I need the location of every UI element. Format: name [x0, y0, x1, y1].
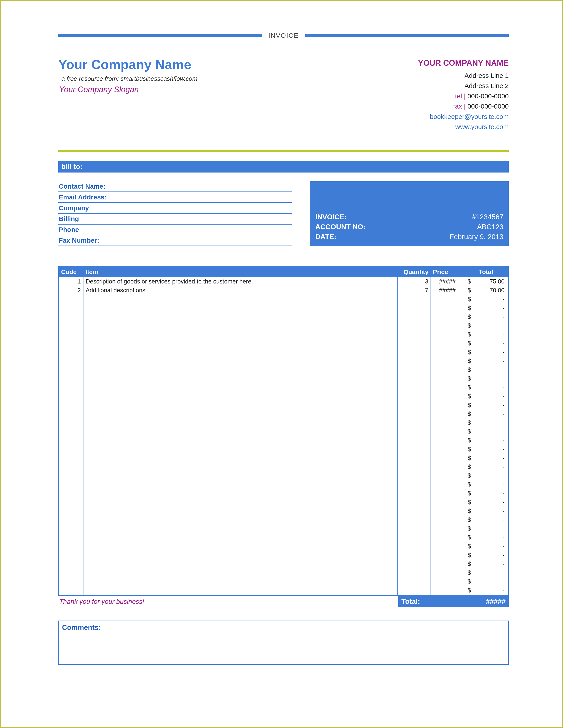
cell-total: $75.00 — [464, 277, 508, 286]
cell-price — [431, 427, 464, 436]
cell-quantity — [398, 542, 431, 551]
bill-to-field[interactable]: Billing — [58, 214, 292, 225]
bill-to-field[interactable]: Email Address: — [58, 192, 292, 203]
cell-price — [431, 330, 464, 339]
cell-code — [59, 586, 83, 595]
cell-code — [59, 524, 83, 533]
cell-price — [431, 489, 464, 498]
cell-item — [83, 436, 398, 445]
cell-quantity — [398, 436, 431, 445]
cell-price — [431, 392, 464, 401]
table-row: $- — [59, 295, 508, 304]
cell-quantity — [398, 410, 431, 418]
cell-total: $- — [464, 374, 508, 383]
line-total-value: - — [503, 305, 505, 311]
cell-price — [431, 383, 464, 392]
cell-item — [83, 560, 398, 569]
cell-total: $- — [464, 471, 508, 480]
fax-label: fax | — [453, 103, 466, 110]
cell-quantity — [398, 348, 431, 357]
cell-item — [83, 295, 398, 304]
bill-to-field[interactable]: Fax Number: — [58, 235, 292, 246]
currency-symbol: $ — [468, 340, 471, 347]
cell-quantity — [398, 551, 431, 560]
table-row: $- — [59, 374, 508, 383]
cell-quantity — [398, 357, 431, 366]
cell-quantity — [398, 374, 431, 383]
cell-item: Additional descriptions. — [83, 286, 398, 295]
cell-price — [431, 524, 464, 533]
cell-price — [431, 480, 464, 489]
cell-code — [59, 498, 83, 507]
tel-value: 000-000-0000 — [467, 92, 509, 100]
cell-quantity — [398, 489, 431, 498]
cell-total: $- — [464, 366, 508, 374]
cell-code — [59, 427, 83, 436]
comments-box[interactable]: Comments: — [58, 621, 509, 665]
cell-item — [83, 551, 398, 560]
bill-to-field[interactable]: Phone — [58, 225, 292, 235]
cell-price — [431, 348, 464, 357]
currency-symbol: $ — [468, 358, 471, 364]
cell-item — [83, 533, 398, 542]
line-total-value: - — [503, 472, 505, 479]
cell-code — [59, 454, 83, 463]
currency-symbol: $ — [468, 349, 471, 356]
cell-code: 2 — [59, 286, 83, 295]
cell-quantity — [398, 321, 431, 330]
email-link[interactable]: bookkeeper@yoursite.com — [418, 112, 509, 122]
table-row: $- — [59, 454, 508, 463]
cell-quantity — [398, 463, 431, 471]
currency-symbol: $ — [468, 578, 471, 585]
invoice-no-label: INVOICE: — [315, 213, 347, 221]
cell-price — [431, 516, 464, 524]
divider-rule — [58, 150, 509, 152]
currency-symbol: $ — [468, 428, 471, 435]
cell-quantity — [398, 339, 431, 348]
table-row: $- — [59, 533, 508, 542]
cell-quantity — [398, 445, 431, 454]
bill-to-field[interactable]: Company — [58, 203, 292, 214]
doc-title-rule: INVOICE — [58, 32, 509, 39]
line-total-value: - — [503, 375, 505, 382]
line-total-value: - — [503, 349, 505, 356]
bill-to-field[interactable]: Contact Name: — [58, 181, 292, 192]
cell-price — [431, 445, 464, 454]
cell-item — [83, 569, 398, 577]
line-total-value: - — [503, 490, 505, 497]
currency-symbol: $ — [468, 481, 471, 488]
cell-item — [83, 480, 398, 489]
currency-symbol: $ — [468, 437, 471, 444]
cell-item — [83, 524, 398, 533]
cell-total: $- — [464, 463, 508, 471]
cell-price — [431, 304, 464, 313]
fax-value: 000-000-0000 — [467, 103, 509, 110]
cell-quantity — [398, 383, 431, 392]
website-link[interactable]: www.yoursite.com — [418, 122, 509, 132]
cell-quantity — [398, 516, 431, 524]
col-quantity: Quantity — [398, 267, 431, 277]
table-row: $- — [59, 339, 508, 348]
cell-quantity: 7 — [398, 286, 431, 295]
grand-total-bar: Total: ##### — [398, 596, 509, 607]
cell-code — [59, 569, 83, 577]
table-row: $- — [59, 392, 508, 401]
currency-symbol: $ — [468, 278, 471, 285]
table-row: $- — [59, 357, 508, 366]
currency-symbol: $ — [468, 402, 471, 409]
line-total-value: - — [503, 481, 505, 488]
cell-price — [431, 551, 464, 560]
cell-price — [431, 560, 464, 569]
cell-price: ##### — [431, 286, 464, 295]
col-total: Total — [464, 267, 508, 277]
line-total-value: - — [503, 437, 505, 444]
invoice-no-value: #1234567 — [472, 213, 503, 221]
company-slogan: Your Company Slogan — [59, 85, 197, 94]
cell-price — [431, 454, 464, 463]
cell-item — [83, 330, 398, 339]
cell-item — [83, 489, 398, 498]
line-total-value: - — [503, 419, 505, 426]
grand-total-label: Total: — [401, 597, 420, 606]
cell-total: $- — [464, 480, 508, 489]
cell-price — [431, 366, 464, 374]
